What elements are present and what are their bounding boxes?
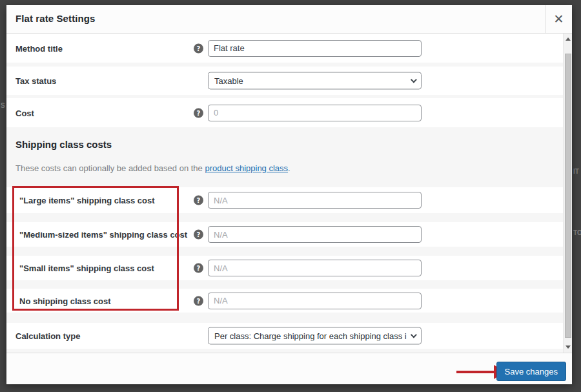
medium-items-cost-label: "Medium-sized items" shipping class cost	[19, 230, 187, 240]
close-button[interactable]: ✕	[545, 5, 572, 33]
no-class-cost-label: No shipping class cost	[19, 296, 111, 305]
save-changes-button[interactable]: Save changes	[496, 362, 566, 381]
small-items-cost-label: "Small items" shipping class cost	[19, 263, 154, 273]
cost-input[interactable]	[208, 105, 422, 121]
section-heading: Shipping class costs	[15, 139, 112, 150]
help-icon[interactable]: ?	[194, 196, 203, 205]
calculation-type-select[interactable]: Per class: Charge shipping for each ship…	[208, 327, 422, 345]
close-icon: ✕	[554, 12, 564, 26]
tax-status-select[interactable]: Taxable	[208, 72, 422, 90]
flat-rate-settings-modal: Flat rate Settings ✕ Method title ? Tax …	[6, 5, 572, 384]
help-icon[interactable]: ?	[194, 296, 203, 305]
chevron-down-icon	[411, 77, 417, 83]
vertical-scrollbar[interactable]	[563, 34, 572, 353]
small-items-cost-input[interactable]	[208, 260, 422, 276]
background-text-fragment: TO	[573, 229, 581, 236]
triangle-up-icon	[566, 37, 571, 41]
medium-items-cost-input[interactable]	[208, 226, 422, 243]
help-icon[interactable]: ?	[194, 263, 203, 273]
product-shipping-class-link[interactable]: product shipping class	[205, 163, 288, 173]
modal-header: Flat rate Settings ✕	[6, 5, 572, 34]
tax-status-value: Taxable	[214, 76, 407, 86]
cost-label: Cost	[15, 108, 34, 118]
row-no-class-cost: No shipping class cost ?	[6, 289, 563, 313]
scroll-up-button[interactable]	[564, 34, 572, 44]
row-medium-items-cost: "Medium-sized items" shipping class cost…	[6, 222, 563, 247]
section-description: These costs can optionally be added base…	[15, 163, 290, 173]
modal-footer: Save changes	[6, 353, 572, 384]
method-title-label: Method title	[15, 43, 63, 53]
row-small-items-cost: "Small items" shipping class cost ?	[6, 256, 563, 280]
calculation-type-value: Per class: Charge shipping for each ship…	[214, 331, 407, 341]
page-background: { "modal": { "title": "Flat rate Setting…	[0, 0, 581, 392]
settings-form: Method title ? Tax status Taxable Cost ?	[6, 34, 563, 353]
large-items-cost-input[interactable]	[208, 192, 422, 209]
help-icon[interactable]: ?	[194, 108, 203, 118]
row-calculation-type: Calculation type Per class: Charge shipp…	[6, 323, 563, 349]
help-icon[interactable]: ?	[194, 230, 203, 240]
scrollbar-thumb[interactable]	[565, 54, 571, 338]
calculation-type-label: Calculation type	[15, 331, 80, 341]
background-text-fragment: IT	[573, 168, 579, 175]
help-icon[interactable]: ?	[194, 43, 203, 53]
chevron-down-icon	[411, 332, 417, 338]
section-description-period: .	[288, 163, 290, 173]
shipping-class-costs-section: Shipping class costs These costs can opt…	[6, 127, 563, 187]
modal-body: Method title ? Tax status Taxable Cost ?	[6, 34, 572, 353]
row-method-title: Method title ?	[6, 34, 563, 63]
row-cost: Cost ?	[6, 98, 563, 127]
scroll-down-button[interactable]	[564, 342, 572, 352]
method-title-input[interactable]	[208, 40, 422, 57]
no-class-cost-input[interactable]	[208, 293, 422, 309]
tax-status-label: Tax status	[15, 76, 56, 86]
background-text-fragment: S	[1, 102, 5, 109]
modal-title: Flat rate Settings	[15, 13, 96, 24]
row-tax-status: Tax status Taxable	[6, 67, 563, 95]
red-arrow-annotation	[456, 371, 495, 373]
section-description-text: These costs can optionally be added base…	[15, 163, 205, 173]
triangle-down-icon	[566, 346, 571, 349]
row-large-items-cost: "Large items" shipping class cost ?	[6, 187, 563, 213]
large-items-cost-label: "Large items" shipping class cost	[19, 196, 155, 205]
